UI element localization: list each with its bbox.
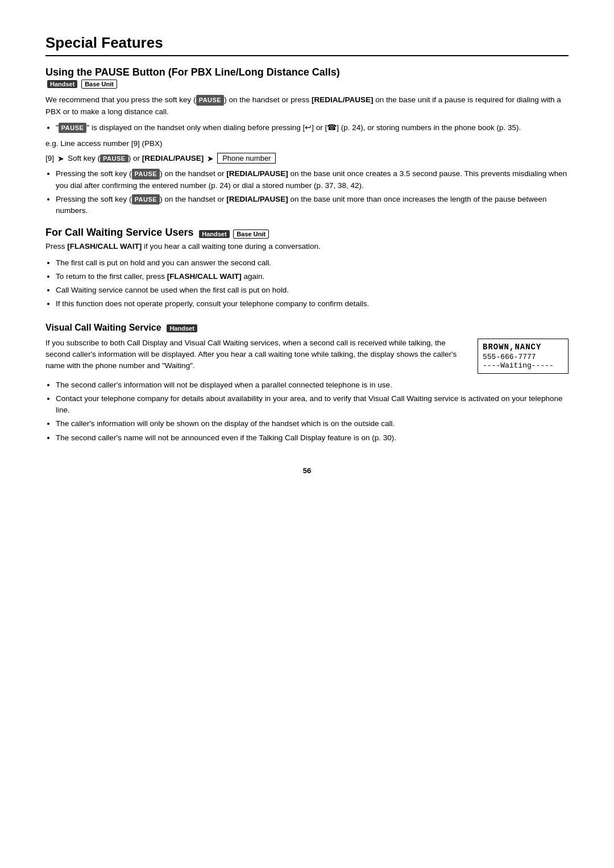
section1-title: Using the PAUSE Button (For PBX Line/Lon… [45,66,340,78]
subsection-bullets: The second caller's information will not… [56,379,569,444]
bullet-item: The second caller's information will not… [56,379,569,391]
bullet-item: Call Waiting service cannot be used when… [56,285,569,296]
display-number: 555-666-7777 [483,353,563,361]
title-divider [45,55,569,56]
subsection-title: Visual Call Waiting Service [45,323,161,332]
visual-call-text: If you subscribe to both Call Display an… [45,337,466,372]
display-waiting: ----Waiting----- [483,361,563,370]
bullet-item: Pressing the soft key (PAUSE) on the han… [56,194,569,217]
page-title: Special Features [45,34,569,52]
bullet-item: The caller's information will only be sh… [56,418,569,429]
section-pause-button: Using the PAUSE Button (For PBX Line/Lon… [45,66,569,216]
bullet-item: If this function does not operate proper… [56,298,569,310]
softkey-label: Soft key (PAUSE) or [REDIAL/PAUSE] [68,154,204,162]
section2-heading-row: For Call Waiting Service Users Handset B… [45,227,569,239]
section2-press-line: Press [FLASH/CALL WAIT] if you hear a ca… [45,241,569,252]
handset-badge: Handset [47,80,77,88]
base-unit-badge-2: Base Unit [233,229,269,239]
pause-key-inline: PAUSE [196,95,225,106]
handset-badge-2: Handset [199,230,229,238]
pause-key-arrow: PAUSE [100,155,128,162]
arrow2: ➤ [207,154,214,163]
arrow-line: [9] ➤ Soft key (PAUSE) or [REDIAL/PAUSE]… [45,153,569,164]
subsection-visual-call-waiting: Visual Call Waiting Service Handset If y… [45,323,569,444]
phone-number-box: Phone number [217,153,276,164]
base-unit-badge: Base Unit [81,80,117,89]
example-line: e.g. Line access number [9] (PBX) [45,138,569,149]
pause-key-b1: PAUSE [132,169,160,180]
pause-key-quote: PAUSE [59,123,87,133]
page-number: 56 [45,466,569,475]
arrow-start: [9] [45,154,54,162]
handset-badge-3: Handset [167,324,197,332]
visual-call-layout: If you subscribe to both Call Display an… [45,337,569,374]
section2-bullets: The first call is put on hold and you ca… [56,257,569,310]
phone-display-box: BROWN,NANCY 555-666-7777 ----Waiting----… [478,339,569,374]
bullet-item: Contact your telephone company for detai… [56,393,569,416]
section2-title: For Call Waiting Service Users [45,227,193,238]
bullet-item: Pressing the soft key (PAUSE) on the han… [56,168,569,191]
section1-body1: We recommend that you press the soft key… [45,94,569,118]
section-call-waiting: For Call Waiting Service Users Handset B… [45,227,569,444]
subsection-heading-row: Visual Call Waiting Service Handset [45,323,569,333]
section1-bullets1: "PAUSE" is displayed on the handset only… [56,122,569,133]
arrow1: ➤ [57,154,64,163]
bullet-item: The first call is put on hold and you ca… [56,257,569,269]
bullet-item: "PAUSE" is displayed on the handset only… [56,122,569,133]
visual-call-body: If you subscribe to both Call Display an… [45,337,466,372]
pause-key-b2: PAUSE [132,194,160,205]
section1-heading: Using the PAUSE Button (For PBX Line/Lon… [45,66,569,78]
bullet-item: The second caller's name will not be ann… [56,432,569,444]
section1-badges: Handset Base Unit [45,80,569,89]
section1-bullets2: Pressing the soft key (PAUSE) on the han… [56,168,569,216]
bullet-item: To return to the first caller, press [FL… [56,271,569,282]
display-name: BROWN,NANCY [483,343,563,352]
